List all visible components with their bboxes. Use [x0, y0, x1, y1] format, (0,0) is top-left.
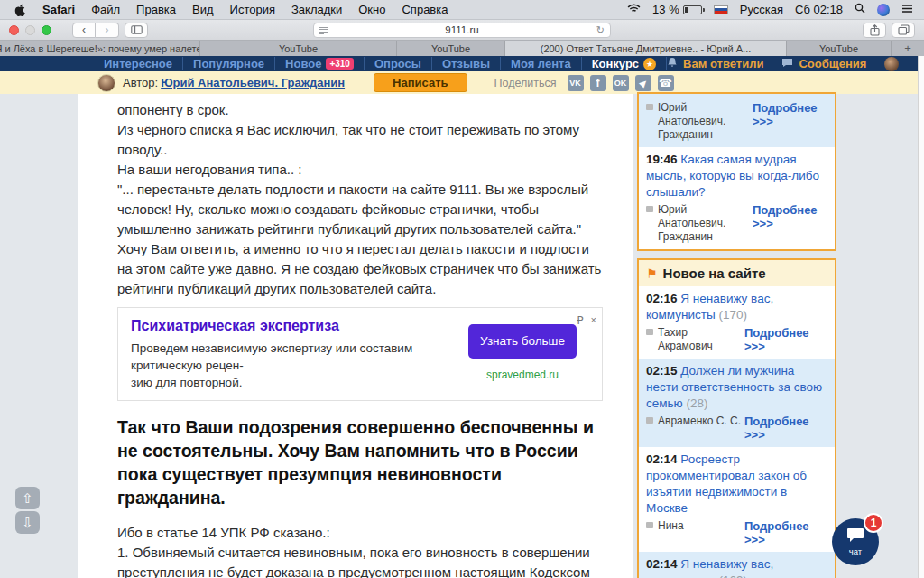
ad-domain-link[interactable]: spravedmed.ru	[486, 365, 559, 385]
menu-window[interactable]: Окно	[350, 3, 393, 16]
chat-bubble-icon	[846, 527, 864, 545]
answer-time: 19:46	[646, 153, 678, 166]
nav-polls[interactable]: Опросы	[365, 57, 432, 70]
sidebar-toggle-button[interactable]	[125, 23, 148, 38]
more-link[interactable]: Подробнее >>>	[744, 519, 827, 546]
whatsapp-share-icon[interactable]: ☎	[658, 75, 674, 91]
news-item[interactable]: 02:16 Я ненавижу вас, коммунисты (170) Т…	[639, 286, 835, 359]
new-count-badge: +310	[326, 58, 354, 70]
menu-help[interactable]: Справка	[393, 3, 456, 16]
chat-widget-button[interactable]: чат 1	[832, 518, 879, 565]
spotlight-search-icon[interactable]	[855, 3, 865, 16]
facebook-share-icon[interactable]: f	[590, 75, 606, 91]
scroll-down-button[interactable]: ⇩	[15, 511, 40, 534]
article-line: На ваши негодования типа.. :	[117, 160, 603, 180]
comment-count: (170)	[718, 308, 747, 322]
back-button[interactable]: ‹	[72, 23, 96, 38]
nav-reviews[interactable]: Отзывы	[432, 57, 501, 70]
nav-popular[interactable]: Популярное	[183, 57, 275, 70]
webpage-9111: Интересное Популярное Новое +310 Опросы …	[0, 56, 924, 578]
scroll-up-button[interactable]: ⇧	[15, 487, 40, 509]
forward-button[interactable]: ›	[96, 23, 119, 38]
page-scrollbar[interactable]	[918, 56, 924, 578]
chat-label: чат	[849, 546, 862, 556]
battery-status[interactable]: 13 %	[652, 3, 702, 16]
notification-center-icon[interactable]	[901, 3, 913, 16]
menubar-clock[interactable]: Сб 02:18	[795, 3, 843, 16]
article-line: оппоненту в срок.	[117, 100, 603, 120]
article-heading: Так что Ваши подозрения совершенно беспо…	[117, 415, 603, 509]
article-line: Из чёрного списка я Вас исключил, так чт…	[117, 120, 603, 160]
news-item[interactable]: 02:15 Должен ли мужчина нести ответствен…	[639, 359, 835, 447]
menu-history[interactable]: История	[222, 3, 283, 16]
window-close-button[interactable]	[9, 25, 19, 35]
tab-youtube-3[interactable]: YouTube	[787, 41, 892, 56]
tab-sheregesh[interactable]: «Я и Лёха в Шерегеше!»: почему умер нале…	[0, 41, 200, 56]
comment-icon	[646, 522, 653, 528]
messages-link[interactable]: Сообщения	[799, 57, 866, 70]
reload-icon[interactable]: ↻	[596, 24, 605, 36]
answer-item[interactable]: Юрий Анатольевич. Гражданин Подробнее >>…	[639, 94, 835, 147]
messages-icon	[781, 57, 793, 70]
news-item[interactable]: 02:14 Росреестр прокомментировал закон о…	[639, 447, 835, 552]
new-tab-button[interactable]: +	[892, 41, 924, 56]
menu-view[interactable]: Вид	[184, 3, 222, 16]
tab-active-9111-answer[interactable]: (200) Ответ Татьяне Дмитриевне.. - Юрий …	[505, 41, 787, 56]
page-scroll-buttons: ⇧ ⇩	[15, 487, 40, 534]
more-link[interactable]: Подробнее >>>	[744, 415, 827, 442]
window-zoom-button[interactable]	[42, 25, 51, 35]
answers-notification-link[interactable]: Вам ответили	[683, 57, 763, 70]
article-content: оппоненту в срок. Из чёрного списка я Ва…	[78, 94, 633, 578]
wifi-icon[interactable]	[627, 3, 641, 16]
flag-icon: ⚑	[646, 266, 658, 281]
author-profile-link[interactable]: Юрий Анатольевич. Гражданин	[161, 76, 345, 89]
odnoklassniki-share-icon[interactable]: OK	[613, 75, 629, 91]
more-link[interactable]: Подробнее >>>	[753, 101, 827, 128]
address-bar-url: 9111.ru	[445, 24, 478, 35]
nav-new[interactable]: Новое +310	[275, 57, 365, 70]
menu-safari[interactable]: Safari	[34, 3, 83, 16]
vk-share-icon[interactable]: VK	[568, 75, 584, 91]
article-line: Хочу Вам ответить, а именно то что я пер…	[117, 239, 603, 299]
news-item[interactable]: 02:14 Я ненавижу вас, коммунисты (169) Ш…	[639, 552, 835, 578]
article-line: 1. Обвиняемый считается невиновным, пока…	[117, 543, 603, 578]
input-language-flag-icon[interactable]	[714, 5, 728, 14]
nav-interesting[interactable]: Интересное	[94, 57, 183, 70]
trophy-icon: ★	[643, 58, 656, 70]
siri-icon[interactable]	[877, 4, 890, 16]
tab-youtube-1[interactable]: YouTube	[200, 41, 397, 56]
ad-close-icon[interactable]: ×	[591, 310, 596, 330]
write-button[interactable]: Написать	[374, 73, 467, 92]
telegram-share-icon[interactable]: ▶	[635, 75, 651, 91]
reader-mode-icon[interactable]	[319, 27, 328, 35]
menu-file[interactable]: Файл	[83, 3, 128, 16]
article-line: Ибо в статье 14 УПК РФ сказано.:	[117, 523, 603, 543]
answer-author: Юрий Анатольевич. Гражданин	[658, 101, 753, 142]
nav-my-feed[interactable]: Моя лента	[501, 57, 582, 70]
site-nav: Интересное Популярное Новое +310 Опросы …	[0, 56, 924, 71]
ad-learn-more-button[interactable]: Узнать больше	[468, 324, 577, 359]
share-button[interactable]	[863, 23, 886, 38]
input-language-label[interactable]: Русская	[740, 3, 783, 16]
address-bar[interactable]: 9111.ru ↻	[313, 23, 611, 38]
comment-icon	[646, 104, 653, 110]
answer-item[interactable]: 19:46 Какая самая мудрая мысль, которую …	[639, 147, 835, 249]
ad-body: Проведем независимую экспертизу или сост…	[131, 340, 447, 391]
window-minimize-button[interactable]	[25, 25, 35, 35]
tab-youtube-2[interactable]: YouTube	[397, 41, 505, 56]
menu-bookmarks[interactable]: Закладки	[283, 3, 350, 16]
comment-count: (28)	[686, 396, 707, 410]
sidebar: Юрий Анатольевич. Гражданин Подробнее >>…	[637, 92, 836, 578]
comment-icon	[646, 417, 653, 424]
ad-title-link[interactable]: Психиатрическая экспертиза	[131, 317, 447, 335]
more-link[interactable]: Подробнее >>>	[753, 203, 827, 230]
apple-menu-icon[interactable]	[14, 4, 27, 16]
author-avatar[interactable]	[97, 74, 116, 92]
user-avatar[interactable]	[884, 57, 899, 71]
more-link[interactable]: Подробнее >>>	[744, 326, 827, 353]
nav-contest[interactable]: Конкурс ★	[582, 57, 667, 70]
tab-overview-button[interactable]	[892, 23, 915, 38]
menu-edit[interactable]: Правка	[128, 3, 184, 16]
ad-ruble-mark: ₽	[577, 311, 584, 331]
ad-block: Психиатрическая экспертиза Проведем неза…	[117, 307, 603, 401]
